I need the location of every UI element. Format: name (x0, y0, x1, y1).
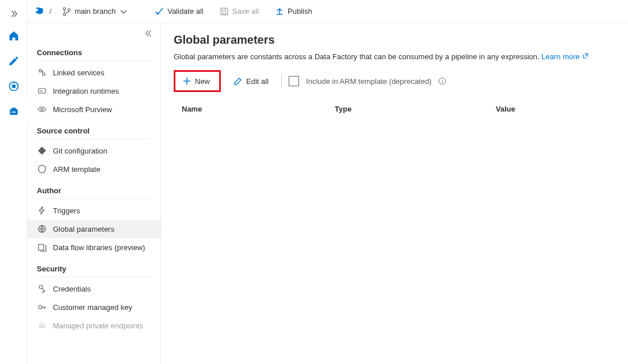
svg-point-6 (63, 13, 66, 16)
new-button[interactable]: New (177, 73, 216, 89)
action-row: New Edit all Include in ARM template (de… (174, 70, 615, 92)
rail-author-icon[interactable] (0, 48, 28, 74)
svg-point-9 (41, 108, 43, 110)
section-security: Security (28, 256, 160, 277)
credentials-icon (37, 284, 47, 293)
plus-icon (182, 76, 192, 86)
triggers-icon (37, 206, 47, 215)
chevron-down-icon (119, 7, 128, 16)
breadcrumb-separator: / (49, 7, 52, 16)
svg-rect-3 (12, 108, 16, 109)
external-link-icon (582, 52, 589, 61)
content-area: Global parameters Global parameters are … (161, 23, 628, 364)
nav-integration-runtimes[interactable]: Integration runtimes (28, 82, 160, 100)
nav-git-configuration[interactable]: Git configuration (28, 141, 160, 160)
column-value[interactable]: Value (496, 105, 615, 113)
key-icon (37, 302, 47, 312)
pencil-icon (233, 76, 243, 86)
nav-global-parameters[interactable]: Global parameters (28, 220, 160, 238)
table-header: Name Type Value (174, 100, 615, 118)
svg-rect-8 (39, 89, 45, 93)
publish-button[interactable]: Publish (269, 5, 318, 18)
nav-managed-private-endpoints: Managed private endpoints (28, 316, 160, 335)
edit-all-button[interactable]: Edit all (228, 73, 274, 89)
topbar: / main branch Validate all Save all Publ… (28, 0, 628, 23)
arm-template-icon (37, 164, 47, 174)
integration-runtimes-icon (37, 86, 47, 95)
rail-datafactory-icon[interactable] (0, 23, 28, 48)
manage-sidebar: Connections Linked services Integration … (28, 23, 161, 364)
nav-triggers[interactable]: Triggers (28, 201, 160, 220)
nav-credentials[interactable]: Credentials (28, 279, 160, 298)
divider (281, 74, 282, 88)
left-rail (0, 0, 28, 364)
learn-more-link[interactable]: Learn more (542, 52, 589, 61)
arm-template-label: Include in ARM template (deprecated) (306, 77, 431, 86)
validate-all-button[interactable]: Validate all (149, 5, 209, 18)
rail-manage-icon[interactable] (0, 99, 28, 124)
svg-point-5 (63, 7, 66, 10)
linked-services-icon (37, 68, 47, 77)
nav-microsoft-purview[interactable]: Microsoft Purview (28, 100, 160, 118)
collapse-sidebar-button[interactable] (143, 28, 155, 39)
svg-rect-4 (12, 112, 16, 113)
section-connections: Connections (28, 31, 160, 60)
expand-rail-button[interactable] (0, 5, 28, 23)
global-parameters-icon (37, 224, 47, 233)
azure-devops-icon (35, 6, 44, 17)
svg-point-13 (39, 305, 42, 309)
nav-customer-managed-key[interactable]: Customer managed key (28, 298, 160, 316)
new-button-highlight: New (174, 70, 221, 92)
arm-template-checkbox[interactable] (289, 76, 299, 86)
svg-point-7 (68, 9, 70, 11)
nav-data-flow-libraries[interactable]: Data flow libraries (preview) (28, 238, 160, 256)
purview-icon (37, 105, 47, 114)
column-name[interactable]: Name (174, 105, 335, 113)
git-icon (37, 146, 47, 155)
nav-arm-template[interactable]: ARM template (28, 160, 160, 178)
svg-rect-11 (39, 244, 44, 250)
column-type[interactable]: Type (335, 105, 496, 113)
private-endpoints-icon (37, 321, 47, 330)
save-all-button: Save all (214, 5, 265, 18)
section-author: Author (28, 178, 160, 198)
branch-label: main branch (75, 7, 116, 16)
nav-linked-services[interactable]: Linked services (28, 63, 160, 82)
info-icon[interactable] (438, 77, 446, 85)
svg-point-1 (12, 85, 16, 89)
page-title: Global parameters (174, 33, 615, 47)
branch-selector[interactable]: main branch (58, 5, 133, 18)
page-description: Global parameters are constants across a… (174, 52, 615, 61)
data-flow-libraries-icon (37, 243, 47, 252)
section-source-control: Source control (28, 118, 160, 139)
rail-monitor-icon[interactable] (0, 74, 28, 99)
